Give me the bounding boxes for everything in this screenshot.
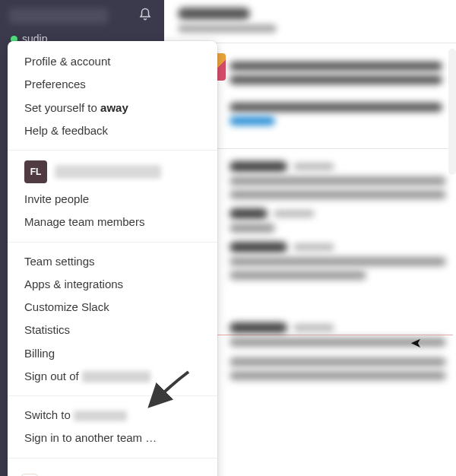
team-name-blurred — [55, 165, 161, 179]
team-name-blurred — [74, 411, 127, 421]
notifications-icon[interactable] — [138, 8, 152, 24]
menu-statistics[interactable]: Statistics — [8, 319, 217, 341]
team-name-blurred — [9, 8, 108, 24]
team-badge-icon: FL — [24, 160, 47, 183]
menu-help[interactable]: Help & feedback — [8, 119, 217, 142]
menu-billing[interactable]: Billing — [8, 342, 217, 365]
menu-set-away-prefix: Set yourself to — [24, 101, 100, 114]
menu-team-row[interactable]: FL — [8, 158, 217, 188]
sidebar-header[interactable] — [0, 0, 164, 32]
menu-invite[interactable]: Invite people — [8, 188, 217, 211]
channel-subtitle-blurred — [178, 24, 277, 33]
slack-icon: S — [21, 474, 38, 477]
menu-customize[interactable]: Customize Slack — [8, 296, 217, 319]
menu-sign-out[interactable]: Sign out of — [8, 365, 217, 388]
menu-sign-out-prefix: Sign out of — [24, 370, 82, 382]
menu-manage-members[interactable]: Manage team members — [8, 211, 217, 233]
scrollbar-track[interactable] — [448, 49, 456, 175]
menu-apps[interactable]: Apps & integrations — [8, 273, 217, 296]
channel-header — [164, 0, 456, 43]
menu-switch-to[interactable]: Switch to — [8, 404, 217, 427]
menu-download[interactable]: S Download the Slack app… — [8, 466, 217, 477]
menu-set-away[interactable]: Set yourself to away — [8, 97, 217, 119]
menu-switch-to-prefix: Switch to — [24, 408, 74, 421]
mouse-cursor-icon: ➤ — [410, 335, 422, 351]
main-menu: Profile & account Preferences Set yourse… — [8, 41, 217, 476]
menu-preferences[interactable]: Preferences — [8, 73, 217, 96]
menu-team-settings[interactable]: Team settings — [8, 250, 217, 273]
channel-title-blurred — [178, 8, 250, 20]
menu-profile[interactable]: Profile & account — [8, 50, 217, 73]
team-name-blurred — [82, 371, 150, 382]
menu-set-away-bold: away — [100, 101, 128, 114]
menu-sign-in-another[interactable]: Sign in to another team … — [8, 427, 217, 449]
